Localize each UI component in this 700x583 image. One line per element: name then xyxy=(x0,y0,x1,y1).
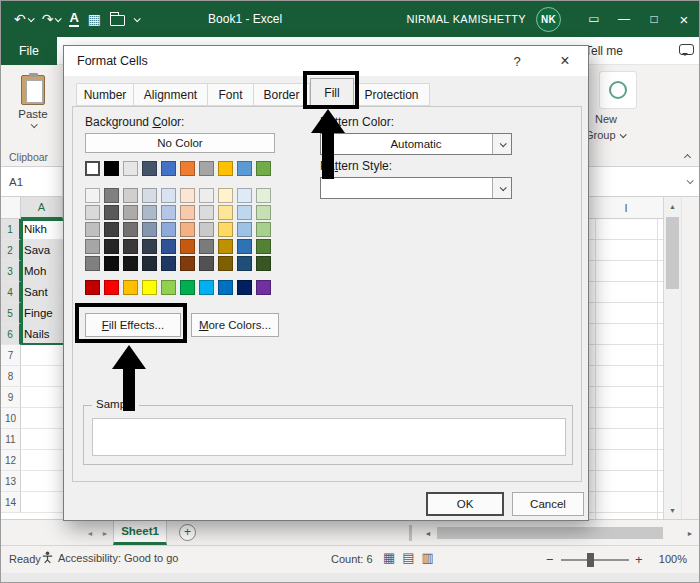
color-swatch[interactable] xyxy=(161,280,176,295)
horizontal-scrollbar[interactable] xyxy=(435,520,681,546)
cell-A5[interactable]: Finge xyxy=(21,303,63,324)
avatar[interactable]: NK xyxy=(536,7,561,32)
row-header-3[interactable]: 3 xyxy=(1,261,21,282)
redo-dropdown-icon[interactable] xyxy=(55,15,62,22)
color-swatch[interactable] xyxy=(123,222,138,237)
color-swatch[interactable] xyxy=(256,188,271,203)
row-header-12[interactable]: 12 xyxy=(1,450,21,471)
color-swatch[interactable] xyxy=(142,239,157,254)
qat-customize-button[interactable] xyxy=(131,16,142,23)
color-swatch[interactable] xyxy=(85,239,100,254)
color-swatch[interactable] xyxy=(218,256,233,271)
row-header-5[interactable]: 5 xyxy=(1,303,21,324)
color-swatch[interactable] xyxy=(218,188,233,203)
pattern-color-dropdown[interactable]: Automatic xyxy=(320,133,512,155)
color-swatch[interactable] xyxy=(256,280,271,295)
dialog-help-button[interactable]: ? xyxy=(497,46,537,76)
color-swatch[interactable] xyxy=(142,205,157,220)
color-swatch[interactable] xyxy=(237,188,252,203)
color-swatch[interactable] xyxy=(161,188,176,203)
color-swatch[interactable] xyxy=(85,188,100,203)
row-header-11[interactable]: 11 xyxy=(1,429,21,450)
color-swatch[interactable] xyxy=(180,205,195,220)
color-swatch[interactable] xyxy=(180,256,195,271)
vertical-scroll-thumb[interactable] xyxy=(666,217,679,289)
tell-me-tab[interactable]: Tell me xyxy=(585,37,623,65)
zoom-slider-track[interactable] xyxy=(561,559,629,561)
zoom-out-button[interactable]: − xyxy=(546,552,554,567)
dialog-tab-fill[interactable]: Fill xyxy=(310,78,354,107)
column-header-a[interactable]: A xyxy=(21,197,63,219)
dialog-tab-font[interactable]: Font xyxy=(208,83,254,106)
row-header-9[interactable]: 9 xyxy=(1,387,21,408)
dialog-tab-number[interactable]: Number xyxy=(76,83,134,106)
zoom-slider-thumb[interactable] xyxy=(587,553,594,567)
color-swatch[interactable] xyxy=(104,205,119,220)
add-sheet-button[interactable]: + xyxy=(179,524,196,541)
close-button[interactable]: × xyxy=(669,1,699,37)
color-swatch[interactable] xyxy=(218,161,233,176)
color-swatch[interactable] xyxy=(142,161,157,176)
cell-A6[interactable]: Nails xyxy=(21,324,63,345)
color-swatch[interactable] xyxy=(199,280,214,295)
color-swatch[interactable] xyxy=(199,205,214,220)
ok-button[interactable]: OK xyxy=(426,492,504,516)
cell-A3[interactable]: Moh xyxy=(21,261,63,282)
color-swatch[interactable] xyxy=(199,256,214,271)
sheet-nav-right-icon[interactable]: ► xyxy=(98,520,112,546)
cell-A13[interactable] xyxy=(21,471,63,492)
dialog-tab-border[interactable]: Border xyxy=(254,83,310,106)
sheet-nav-left-icon[interactable]: ◄ xyxy=(83,520,97,546)
color-swatch[interactable] xyxy=(256,256,271,271)
ribbon-display-options-button[interactable]: ▭ xyxy=(579,1,609,37)
color-swatch[interactable] xyxy=(180,222,195,237)
file-tab[interactable]: File xyxy=(1,37,57,65)
color-swatch[interactable] xyxy=(142,280,157,295)
zoom-level[interactable]: 100% xyxy=(659,553,687,565)
color-swatch[interactable] xyxy=(123,205,138,220)
color-swatch[interactable] xyxy=(104,239,119,254)
color-swatch[interactable] xyxy=(199,239,214,254)
cancel-button[interactable]: Cancel xyxy=(512,492,584,516)
name-box[interactable]: A1 xyxy=(1,167,63,197)
color-swatch[interactable] xyxy=(199,188,214,203)
color-swatch[interactable] xyxy=(104,256,119,271)
formula-bar-expand-icon[interactable] xyxy=(687,177,694,184)
cell-A4[interactable]: Sant xyxy=(21,282,63,303)
cell-A14[interactable] xyxy=(21,492,63,513)
color-swatch[interactable] xyxy=(123,188,138,203)
select-all-corner[interactable] xyxy=(1,197,21,219)
dialog-tab-protection[interactable]: Protection xyxy=(354,83,430,106)
cell-A9[interactable] xyxy=(21,387,63,408)
row-header-1[interactable]: 1 xyxy=(1,219,21,240)
row-header-10[interactable]: 10 xyxy=(1,408,21,429)
color-swatch[interactable] xyxy=(199,222,214,237)
color-swatch[interactable] xyxy=(161,222,176,237)
underline-button[interactable]: A xyxy=(66,10,81,28)
color-swatch[interactable] xyxy=(142,222,157,237)
row-header-6[interactable]: 6 xyxy=(1,324,21,345)
accessibility-status[interactable]: Accessibility: Good to go xyxy=(41,551,178,564)
row-header-13[interactable]: 13 xyxy=(1,471,21,492)
pattern-color-dropdown-icon[interactable] xyxy=(492,134,511,154)
row-header-8[interactable]: 8 xyxy=(1,366,21,387)
undo-button[interactable]: ↶ xyxy=(11,10,36,28)
color-swatch[interactable] xyxy=(218,239,233,254)
column-header-i[interactable]: I xyxy=(589,197,663,219)
borders-grid-button[interactable]: ▦ xyxy=(85,10,104,28)
color-swatch[interactable] xyxy=(256,239,271,254)
cell-A7[interactable] xyxy=(21,345,63,366)
color-swatch[interactable] xyxy=(218,222,233,237)
minimize-button[interactable]: — xyxy=(609,1,639,37)
color-swatch[interactable] xyxy=(142,256,157,271)
color-swatch[interactable] xyxy=(237,256,252,271)
color-swatch[interactable] xyxy=(199,161,214,176)
color-swatch[interactable] xyxy=(218,205,233,220)
color-swatch[interactable] xyxy=(85,205,100,220)
zoom-in-button[interactable]: + xyxy=(635,552,643,567)
color-swatch[interactable] xyxy=(237,239,252,254)
color-swatch[interactable] xyxy=(123,239,138,254)
color-swatch[interactable] xyxy=(256,161,271,176)
pattern-style-dropdown[interactable] xyxy=(320,177,512,199)
color-swatch[interactable] xyxy=(180,239,195,254)
